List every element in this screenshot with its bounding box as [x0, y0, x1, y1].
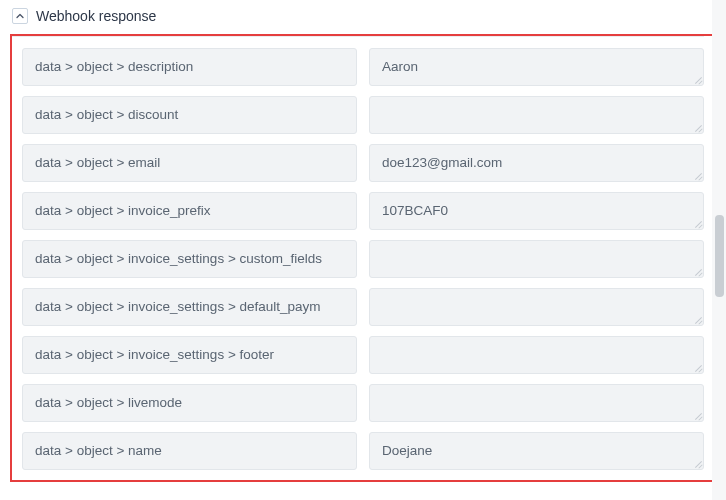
field-row: data > object > invoice_settings > custo… [22, 240, 704, 278]
field-value-input[interactable] [369, 384, 704, 422]
field-value-input[interactable]: doe123@gmail.com [369, 144, 704, 182]
field-path-input[interactable]: data > object > description [22, 48, 357, 86]
field-path-input[interactable]: data > object > name [22, 432, 357, 470]
page-scrollbar[interactable] [712, 0, 726, 500]
field-path-input[interactable]: data > object > email [22, 144, 357, 182]
section-header: Webhook response [0, 0, 726, 34]
highlighted-frame: data > object > description Aaron data >… [10, 34, 716, 482]
resize-grip-icon [692, 170, 702, 180]
field-path-input[interactable]: data > object > invoice_prefix [22, 192, 357, 230]
field-row: data > object > email doe123@gmail.com [22, 144, 704, 182]
field-path-input[interactable]: data > object > invoice_settings > foote… [22, 336, 357, 374]
field-path-input[interactable]: data > object > invoice_settings > defau… [22, 288, 357, 326]
field-value-input[interactable]: 107BCAF0 [369, 192, 704, 230]
field-path-input[interactable]: data > object > discount [22, 96, 357, 134]
field-row: data > object > name Doejane [22, 432, 704, 470]
field-value-input[interactable] [369, 336, 704, 374]
field-row: data > object > discount [22, 96, 704, 134]
resize-grip-icon [692, 122, 702, 132]
field-value-text: Doejane [382, 442, 432, 460]
field-value-text: 107BCAF0 [382, 202, 448, 220]
resize-grip-icon [692, 362, 702, 372]
resize-grip-icon [692, 410, 702, 420]
collapse-toggle[interactable] [12, 8, 28, 24]
chevron-up-icon [16, 13, 24, 19]
field-value-text: Aaron [382, 58, 418, 76]
fields-panel: data > object > description Aaron data >… [12, 36, 714, 480]
field-value-input[interactable] [369, 96, 704, 134]
field-value-input[interactable] [369, 288, 704, 326]
field-value-input[interactable] [369, 240, 704, 278]
section-title: Webhook response [36, 8, 156, 24]
resize-grip-icon [692, 74, 702, 84]
field-row: data > object > description Aaron [22, 48, 704, 86]
field-value-input[interactable]: Aaron [369, 48, 704, 86]
field-path-input[interactable]: data > object > invoice_settings > custo… [22, 240, 357, 278]
field-row: data > object > invoice_settings > foote… [22, 336, 704, 374]
resize-grip-icon [692, 314, 702, 324]
resize-grip-icon [692, 458, 702, 468]
field-row: data > object > livemode [22, 384, 704, 422]
field-value-text: doe123@gmail.com [382, 154, 502, 172]
resize-grip-icon [692, 266, 702, 276]
field-row: data > object > invoice_prefix 107BCAF0 [22, 192, 704, 230]
field-path-input[interactable]: data > object > livemode [22, 384, 357, 422]
resize-grip-icon [692, 218, 702, 228]
field-value-input[interactable]: Doejane [369, 432, 704, 470]
scrollbar-thumb[interactable] [715, 215, 724, 297]
field-row: data > object > invoice_settings > defau… [22, 288, 704, 326]
